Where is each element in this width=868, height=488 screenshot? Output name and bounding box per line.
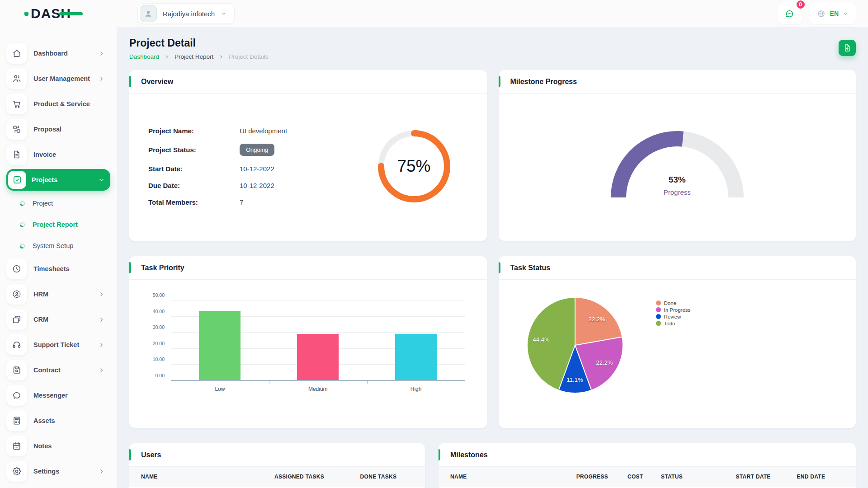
message-dots-icon xyxy=(784,9,795,19)
language-selector[interactable]: EN xyxy=(809,3,856,24)
card-title: Overview xyxy=(141,78,173,85)
sidebar-item-dashboard[interactable]: Dashboard xyxy=(6,42,110,64)
sidebar-subitem-label: Project xyxy=(33,200,53,207)
sidebar-item-contract[interactable]: Contract xyxy=(6,359,110,381)
messages-badge: 0 xyxy=(796,0,806,9)
overview-field-start-date: Start Date:10-12-2022 xyxy=(148,165,371,173)
overview-card: Overview Project Name:UI developmentProj… xyxy=(129,70,487,241)
task-status-card: Task Status 22.2%22.2%11.1%44.4% DoneIn … xyxy=(499,256,856,428)
y-tick-label: 40.00 xyxy=(145,309,165,314)
overview-fields: Project Name:UI developmentProject Statu… xyxy=(148,127,371,206)
users-card-head: Users xyxy=(129,443,425,467)
chevron-right-icon xyxy=(98,291,105,298)
sidebar-item-hrm[interactable]: HRM xyxy=(6,283,110,305)
y-tick-label: 10.00 xyxy=(145,357,165,362)
legend-dot xyxy=(656,314,661,319)
logo-bar xyxy=(59,12,83,15)
sidebar-subitem-project[interactable]: Project xyxy=(6,194,110,212)
milestones-table-header: NAMEPROGRESSCOSTSTATUSSTART DATEEND DATE xyxy=(439,467,856,487)
sidebar-item-assets[interactable]: Assets xyxy=(6,410,110,432)
topbar: Rajodiya infotech 0 xyxy=(117,0,868,27)
project-progress-donut: 75% xyxy=(371,123,457,209)
calculator-icon xyxy=(6,410,27,431)
status-badge: Ongoing xyxy=(240,144,274,156)
column-header-progress: PROGRESS xyxy=(576,474,627,480)
chevron-right-icon xyxy=(98,342,105,348)
bar-high xyxy=(395,334,437,380)
page-head: Project Detail Dashboard Project Report … xyxy=(129,37,856,60)
card-title: Task Priority xyxy=(141,264,184,272)
milestones-card-head: Milestones xyxy=(439,443,856,467)
chevron-right-icon xyxy=(164,54,170,60)
chevron-down-icon xyxy=(221,10,227,17)
bullet-icon xyxy=(20,244,25,249)
main-area: Rajodiya infotech 0 xyxy=(117,0,868,488)
chevron-right-icon xyxy=(98,316,105,323)
sidebar-item-label: Assets xyxy=(33,417,110,424)
field-value: UI development xyxy=(240,127,287,135)
pie-separator xyxy=(558,345,576,390)
clock-icon xyxy=(6,258,27,279)
card-title: Task Status xyxy=(510,264,551,272)
brand-logo[interactable]: DASH xyxy=(24,7,71,20)
calendar-icon xyxy=(6,436,27,456)
proposal-icon xyxy=(6,119,27,140)
breadcrumb-dashboard[interactable]: Dashboard xyxy=(129,53,159,60)
chevron-down-icon xyxy=(98,177,105,183)
sidebar-item-label: CRM xyxy=(33,316,98,323)
column-header-assigned-tasks: ASSIGNED TASKS xyxy=(274,474,360,480)
export-report-button[interactable] xyxy=(839,40,856,56)
legend-label: Done xyxy=(664,300,677,306)
category-label-high: High xyxy=(410,386,422,392)
chevron-right-icon xyxy=(218,54,224,60)
card-title: Milestones xyxy=(450,451,488,459)
sidebar-item-projects[interactable]: Projects xyxy=(6,169,110,191)
y-tick-label: 30.00 xyxy=(145,324,165,330)
field-label: Total Members: xyxy=(148,198,240,206)
sidebar-subitem-label: Project Report xyxy=(33,221,78,228)
sidebar-item-user-management[interactable]: User Management xyxy=(6,68,110,89)
field-label: Project Status: xyxy=(148,146,240,154)
y-tick-label: 0.00 xyxy=(145,373,165,378)
y-tick-label: 50.00 xyxy=(145,292,165,298)
column-header-status: STATUS xyxy=(661,474,736,480)
pie-slice-label-review: 11.1% xyxy=(567,376,583,383)
messenger-icon xyxy=(6,385,27,406)
person-icon xyxy=(143,8,154,19)
overview-field-due-date: Due Date:10-12-2022 xyxy=(148,182,371,189)
sidebar-subitem-system-setup[interactable]: System Setup xyxy=(6,237,110,255)
sidebar-item-crm[interactable]: CRM xyxy=(6,309,110,330)
sidebar-item-support-ticket[interactable]: Support Ticket xyxy=(6,334,110,356)
sidebar-item-notes[interactable]: Notes xyxy=(6,435,110,457)
contract-icon xyxy=(6,360,27,380)
topbar-actions: 0 EN xyxy=(778,3,856,24)
column-header-name: NAME xyxy=(141,474,274,480)
legend-item-done: Done xyxy=(656,300,691,306)
sidebar-item-product-service[interactable]: Product & Service xyxy=(6,93,110,115)
gauge-value: 53% xyxy=(609,175,745,185)
field-value: 7 xyxy=(240,198,243,206)
users-table-header: NAMEASSIGNED TASKSDONE TASKS xyxy=(129,467,425,487)
pie-slice-label-done: 22.2% xyxy=(589,316,605,323)
sidebar-item-messenger[interactable]: Messenger xyxy=(6,385,110,406)
overview-field-total-members: Total Members:7 xyxy=(148,198,371,206)
sidebar-item-settings[interactable]: Settings xyxy=(6,460,110,482)
chevron-right-icon xyxy=(98,468,105,475)
milestone-progress-card: Milestone Progress 53% Progress xyxy=(499,70,856,241)
breadcrumb-project-report[interactable]: Project Report xyxy=(175,53,213,60)
pie-slice-label-in-progress: 22.2% xyxy=(596,359,613,366)
company-select[interactable]: Rajodiya infotech xyxy=(137,3,235,24)
legend-item-in-progress: In Progress xyxy=(656,306,691,313)
row-tables: Users NAMEASSIGNED TASKSDONE TASKS Miles… xyxy=(129,443,856,488)
column-header-end-date: END DATE xyxy=(797,474,844,480)
messages-button[interactable]: 0 xyxy=(778,3,802,24)
users-icon xyxy=(6,68,27,89)
sidebar-item-proposal[interactable]: Proposal xyxy=(6,118,110,140)
sidebar-item-label: Contract xyxy=(33,366,98,374)
sidebar-item-label: Timesheets xyxy=(33,265,110,272)
sidebar-subitem-project-report[interactable]: Project Report xyxy=(6,216,110,234)
sidebar-item-timesheets[interactable]: Timesheets xyxy=(6,258,110,280)
category-label-low: Low xyxy=(215,386,225,392)
legend-label: Todo xyxy=(664,321,675,326)
sidebar-item-invoice[interactable]: Invoice xyxy=(6,144,110,165)
